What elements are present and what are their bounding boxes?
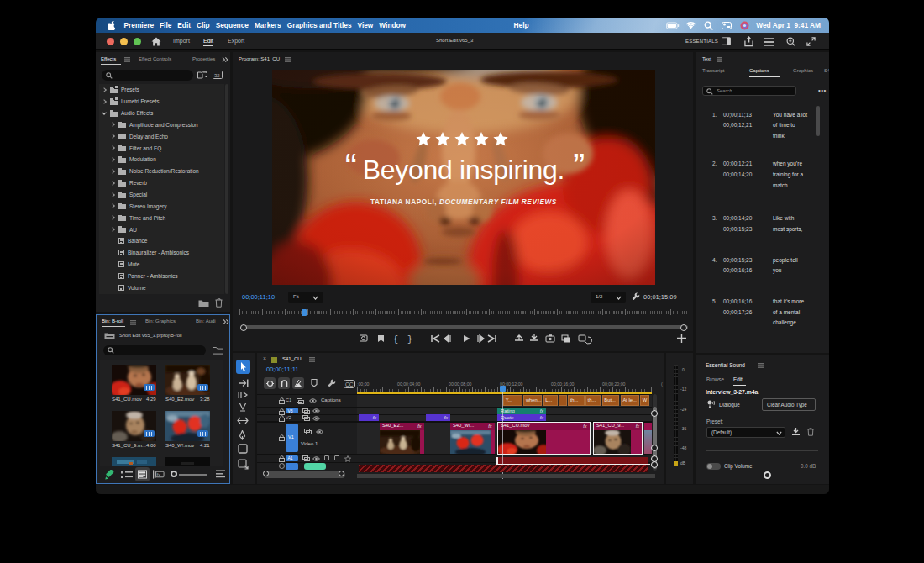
svg-text:fx: fx [157, 472, 161, 477]
svg-text:}: } [407, 335, 412, 345]
svg-text:CC: CC [345, 381, 354, 387]
svg-text:{: { [393, 335, 398, 345]
svg-text:32: 32 [214, 73, 220, 78]
